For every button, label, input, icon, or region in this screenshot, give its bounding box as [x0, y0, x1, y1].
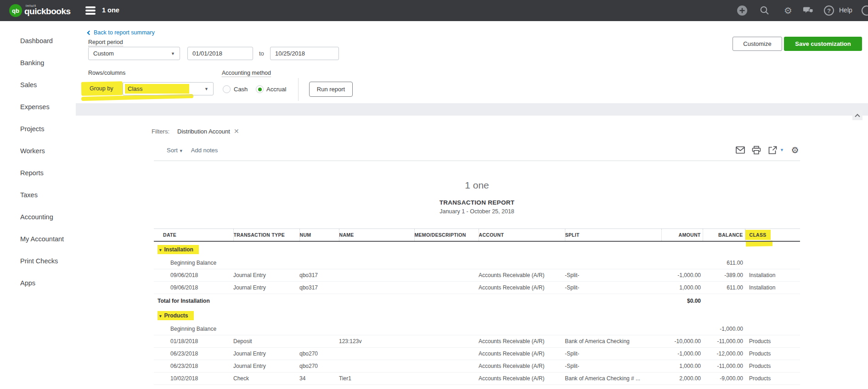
cell-label: Beginning Balance [154, 257, 233, 269]
quickbooks-logo[interactable]: qb intuit quickbooks [9, 4, 24, 17]
transaction-row[interactable]: 06/23/2018Journal Entryqbo270Accounts Re… [154, 360, 800, 372]
group-toggle-installation[interactable]: ▾Installation [158, 245, 199, 254]
export-chevron-down-icon[interactable]: ▼ [780, 148, 784, 152]
cell-account: Accounts Receivable (A/R) [479, 360, 565, 372]
sidebar-item-dashboard[interactable]: Dashboard [0, 30, 76, 52]
transaction-row[interactable]: 09/06/2018Journal Entryqbo317Accounts Re… [154, 269, 800, 282]
cell-date: 10/02/2018 [154, 372, 233, 385]
cell-amount: -1,000.00 [661, 348, 703, 360]
email-icon[interactable] [735, 145, 745, 155]
accrual-radio[interactable] [256, 85, 264, 93]
sidebar-item-workers[interactable]: Workers [0, 140, 76, 162]
transaction-row[interactable]: 10/02/2018Check34Tier1Accounts Receivabl… [154, 372, 800, 385]
sidebar-item-print-checks[interactable]: Print Checks [0, 250, 76, 272]
transaction-report-table: DATETRANSACTION TYPENUMNAMEMEMO/DESCRIPT… [154, 228, 800, 389]
chat-icon[interactable] [803, 5, 814, 16]
column-header-split: SPLIT [565, 229, 661, 242]
cell-class: Installation [745, 269, 800, 282]
filters-row: Filters: Distribution Account ✕ [152, 128, 239, 135]
divider [298, 78, 299, 101]
cell-empty [703, 385, 745, 389]
cell-split: Bank of America Checking [565, 335, 661, 348]
cell-type: Journal Entry [233, 360, 299, 372]
cell-account: Accounts Receivable (A/R) [479, 348, 565, 360]
cell-type: Check [233, 372, 299, 385]
column-header-transaction-type: TRANSACTION TYPE [233, 229, 299, 242]
cell-balance: -11,000.00 [703, 360, 745, 372]
column-header-memo-description: MEMO/DESCRIPTION [414, 229, 479, 242]
cell-balance: -389.00 [703, 269, 745, 282]
cell-account: Accounts Receivable (A/R) [479, 282, 565, 294]
cash-label: Cash [234, 86, 248, 93]
filter-chip-distribution-account[interactable]: Distribution Account [177, 128, 230, 135]
column-header-num: NUM [299, 229, 339, 242]
group-header-cell: ▾Products [154, 308, 800, 323]
report-date-range: January 1 - October 25, 2018 [154, 208, 800, 215]
hamburger-menu-icon[interactable] [85, 6, 96, 16]
cell-amount: -1,000.00 [661, 269, 703, 282]
cell-type: Journal Entry [233, 348, 299, 360]
help-label[interactable]: Help [839, 6, 852, 14]
sidebar-item-apps[interactable]: Apps [0, 272, 76, 294]
profile-icon-partial[interactable] [862, 6, 868, 16]
sidebar-item-sales[interactable]: Sales [0, 74, 76, 96]
date-from-input[interactable] [187, 47, 253, 60]
total-amount: $ -8,000.00 [661, 385, 703, 389]
print-icon[interactable] [751, 145, 761, 155]
column-header-name: NAME [339, 229, 414, 242]
sidebar-item-expenses[interactable]: Expenses [0, 96, 76, 118]
cell-empty [414, 257, 479, 269]
cell-account: Accounts Receivable (A/R) [479, 372, 565, 385]
filter-remove-icon[interactable]: ✕ [234, 128, 239, 135]
sidebar-item-banking[interactable]: Banking [0, 52, 76, 74]
sidebar-item-projects[interactable]: Projects [0, 118, 76, 140]
transaction-row[interactable]: 06/23/2018Journal Entryqbo270Accounts Re… [154, 348, 800, 360]
cell-account: Accounts Receivable (A/R) [479, 335, 565, 348]
cell-account: Accounts Receivable (A/R) [479, 269, 565, 282]
cash-radio[interactable] [223, 85, 231, 93]
sidebar-nav: DashboardBankingSalesExpensesProjectsWor… [0, 21, 76, 294]
sidebar-item-reports[interactable]: Reports [0, 162, 76, 184]
cell-date: 09/06/2018 [154, 269, 233, 282]
cell-name [339, 282, 414, 294]
chevron-down-icon: ▼ [171, 51, 175, 56]
group-toggle-products[interactable]: ▾Products [158, 311, 194, 320]
group-by-select[interactable]: Class ▼ [123, 82, 214, 95]
add-notes-link[interactable]: Add notes [191, 147, 218, 154]
back-to-report-summary-link[interactable]: Back to report summary [88, 29, 155, 36]
transaction-row[interactable]: 01/18/2018Deposit123:123vAccounts Receiv… [154, 335, 800, 348]
transaction-row[interactable]: 09/06/2018Journal Entryqbo317Accounts Re… [154, 282, 800, 294]
chevron-down-icon: ▼ [179, 149, 183, 153]
group-header-row-installation: ▾Installation [154, 241, 800, 257]
cell-type: Deposit [233, 335, 299, 348]
report-period-select[interactable]: Custom ▼ [88, 47, 180, 60]
search-icon[interactable] [759, 5, 770, 16]
customize-button[interactable]: Customize [733, 37, 782, 51]
save-customization-button[interactable]: Save customization [784, 37, 862, 51]
svg-text:?: ? [827, 7, 831, 14]
cell-class: Products [745, 372, 800, 385]
total-label: Total for Products [154, 385, 661, 389]
cell-name [339, 360, 414, 372]
report-company-title: 1 one [154, 180, 800, 191]
help-icon[interactable]: ? [823, 5, 834, 16]
create-plus-icon[interactable] [737, 5, 748, 16]
sort-menu[interactable]: Sort▼ [167, 147, 183, 154]
run-report-button[interactable]: Run report [309, 82, 353, 97]
cell-empty [299, 323, 339, 335]
quickbooks-logo-icon: qb [9, 4, 22, 17]
cell-date: 01/18/2018 [154, 335, 233, 348]
sidebar-item-accounting[interactable]: Accounting [0, 206, 76, 228]
scrollbar-up-arrow[interactable] [852, 110, 862, 120]
sort-label: Sort [167, 147, 178, 154]
cell-date: 06/23/2018 [154, 360, 233, 372]
date-to-input[interactable] [270, 47, 339, 60]
cell-empty [661, 323, 703, 335]
gear-icon[interactable]: ⚙ [783, 5, 794, 16]
sidebar: DashboardBankingSalesExpensesProjectsWor… [0, 21, 76, 389]
sidebar-item-my-accountant[interactable]: My Accountant [0, 228, 76, 250]
table-header-row: DATETRANSACTION TYPENUMNAMEMEMO/DESCRIPT… [154, 229, 800, 242]
report-settings-gear-icon[interactable]: ⚙ [790, 145, 800, 155]
sidebar-item-taxes[interactable]: Taxes [0, 184, 76, 206]
export-icon[interactable] [767, 145, 778, 155]
